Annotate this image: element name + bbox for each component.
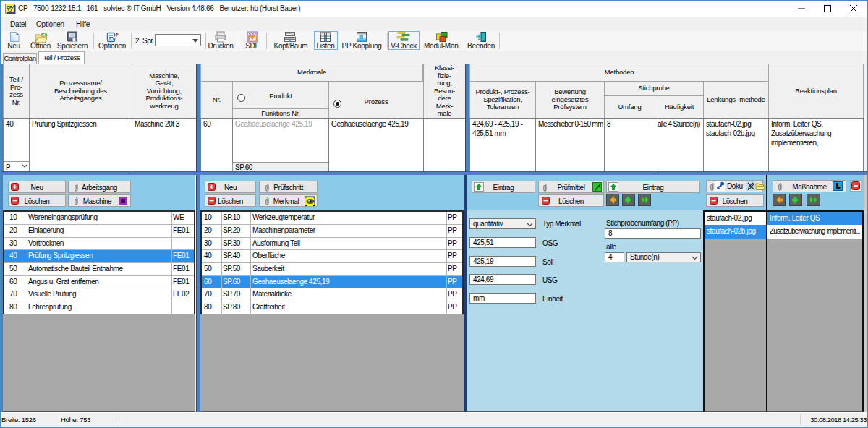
svg-text:CP: CP [7,5,12,9]
